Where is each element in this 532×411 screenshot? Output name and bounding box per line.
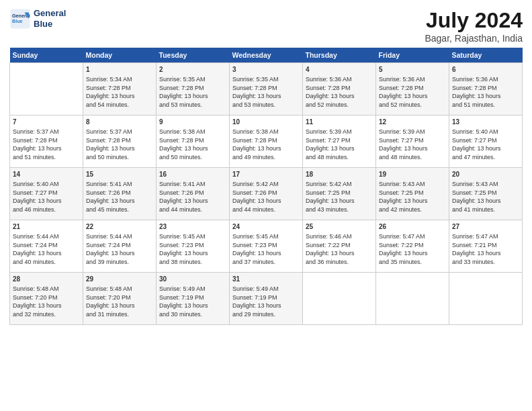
day-info: Sunset: 7:25 PM [379,189,446,197]
day-number: 15 [86,170,153,179]
day-info: and 50 minutes. [86,153,153,162]
day-number: 3 [232,65,300,75]
calendar-cell: 31Sunrise: 5:49 AMSunset: 7:19 PMDayligh… [230,273,303,325]
day-info: Daylight: 13 hours [13,302,80,310]
day-number: 4 [306,65,373,75]
day-info: and 45 minutes. [86,205,153,214]
calendar-cell: 21Sunrise: 5:44 AMSunset: 7:24 PMDayligh… [10,220,83,273]
day-info: and 48 minutes. [306,153,373,162]
day-number: 10 [232,118,300,127]
day-info: Sunset: 7:26 PM [232,189,300,197]
day-info: Sunset: 7:28 PM [86,136,153,145]
calendar-cell: 5Sunrise: 5:36 AMSunset: 7:28 PMDaylight… [376,63,449,116]
day-info: Sunset: 7:25 PM [306,189,373,197]
calendar-cell: 14Sunrise: 5:40 AMSunset: 7:27 PMDayligh… [10,168,83,220]
day-number: 16 [159,170,226,179]
day-info: Sunset: 7:24 PM [86,241,153,250]
day-info: Sunrise: 5:48 AM [13,285,80,293]
day-info: Daylight: 13 hours [159,197,226,205]
week-row-2: 7Sunrise: 5:37 AMSunset: 7:28 PMDaylight… [10,116,523,168]
calendar-cell: 6Sunrise: 5:36 AMSunset: 7:28 PMDaylight… [449,63,523,116]
day-info: Sunrise: 5:39 AM [379,128,446,136]
day-info: Daylight: 13 hours [13,197,80,205]
day-number: 22 [86,222,153,232]
day-number: 5 [379,65,446,75]
day-info: and 37 minutes. [232,258,300,267]
day-info: and 54 minutes. [86,101,153,109]
day-info: Sunset: 7:21 PM [452,241,519,250]
day-info: Sunrise: 5:38 AM [159,128,226,136]
header-friday: Friday [376,48,449,63]
calendar-cell: 25Sunrise: 5:46 AMSunset: 7:22 PMDayligh… [303,220,376,273]
day-info: and 31 minutes. [86,310,153,319]
day-number: 28 [13,275,80,284]
day-number: 18 [306,170,373,179]
day-info: Sunrise: 5:44 AM [86,232,153,241]
calendar-cell: 18Sunrise: 5:42 AMSunset: 7:25 PMDayligh… [303,168,376,220]
title-block: July 2024 Bagar, Rajasthan, India [425,8,523,44]
day-info: Sunrise: 5:49 AM [232,285,300,293]
logo: General Blue General Blue [9,8,66,30]
day-info: and 38 minutes. [159,258,226,267]
day-info: Daylight: 13 hours [306,144,373,153]
day-info: Sunset: 7:28 PM [159,84,226,93]
calendar-cell: 19Sunrise: 5:43 AMSunset: 7:25 PMDayligh… [376,168,449,220]
day-info: Sunrise: 5:36 AM [306,75,373,84]
day-info: Sunset: 7:22 PM [306,241,373,250]
day-info: Sunset: 7:25 PM [452,189,519,197]
day-info: Sunrise: 5:46 AM [306,232,373,241]
calendar-cell: 28Sunrise: 5:48 AMSunset: 7:20 PMDayligh… [10,273,83,325]
day-info: Sunset: 7:28 PM [13,136,80,145]
day-info: Sunset: 7:27 PM [306,136,373,145]
day-info: Sunrise: 5:49 AM [159,285,226,293]
day-number: 23 [159,222,226,232]
day-info: Daylight: 13 hours [86,92,153,101]
day-info: Daylight: 13 hours [159,144,226,153]
day-info: Sunrise: 5:38 AM [232,128,300,136]
calendar-cell: 27Sunrise: 5:47 AMSunset: 7:21 PMDayligh… [449,220,523,273]
day-info: Sunrise: 5:35 AM [159,75,226,84]
header-row: Sunday Monday Tuesday Wednesday Thursday… [10,48,523,63]
header: General Blue General Blue July 2024 Baga… [9,8,523,44]
calendar-cell: 17Sunrise: 5:42 AMSunset: 7:26 PMDayligh… [230,168,303,220]
day-info: Daylight: 13 hours [379,249,446,258]
day-number: 25 [306,222,373,232]
day-info: Sunset: 7:23 PM [232,241,300,250]
day-info: Sunrise: 5:47 AM [379,232,446,241]
day-info: Sunrise: 5:44 AM [13,232,80,241]
calendar-cell: 10Sunrise: 5:38 AMSunset: 7:28 PMDayligh… [230,116,303,168]
day-info: and 44 minutes. [159,205,226,214]
day-info: and 49 minutes. [232,153,300,162]
calendar-cell: 23Sunrise: 5:45 AMSunset: 7:23 PMDayligh… [157,220,230,273]
calendar-cell: 20Sunrise: 5:43 AMSunset: 7:25 PMDayligh… [449,168,523,220]
day-info: and 46 minutes. [13,205,80,214]
day-info: Daylight: 13 hours [379,92,446,101]
day-info: Sunrise: 5:36 AM [379,75,446,84]
day-info: Sunrise: 5:37 AM [13,128,80,136]
day-number: 21 [13,222,80,232]
day-number: 9 [159,118,226,127]
calendar-cell: 29Sunrise: 5:48 AMSunset: 7:20 PMDayligh… [83,273,157,325]
day-number: 1 [86,65,153,75]
day-info: Sunset: 7:23 PM [159,241,226,250]
calendar-cell: 30Sunrise: 5:49 AMSunset: 7:19 PMDayligh… [157,273,230,325]
day-info: Sunset: 7:27 PM [13,189,80,197]
day-number: 26 [379,222,446,232]
week-row-4: 21Sunrise: 5:44 AMSunset: 7:24 PMDayligh… [10,220,523,273]
day-info: Sunset: 7:20 PM [86,293,153,302]
day-info: Sunset: 7:26 PM [159,189,226,197]
day-info: Daylight: 13 hours [159,249,226,258]
day-info: Sunset: 7:24 PM [13,241,80,250]
day-info: Sunset: 7:28 PM [306,84,373,93]
day-info: Daylight: 13 hours [452,92,519,101]
calendar-cell: 2Sunrise: 5:35 AMSunset: 7:28 PMDaylight… [157,63,230,116]
svg-text:Blue: Blue [12,18,23,24]
day-info: and 47 minutes. [452,153,519,162]
day-info: Daylight: 13 hours [232,197,300,205]
day-number: 27 [452,222,519,232]
day-number: 19 [379,170,446,179]
calendar-subtitle: Bagar, Rajasthan, India [425,33,523,44]
day-info: Daylight: 13 hours [86,249,153,258]
day-info: Daylight: 13 hours [159,92,226,101]
day-info: Sunset: 7:22 PM [379,241,446,250]
